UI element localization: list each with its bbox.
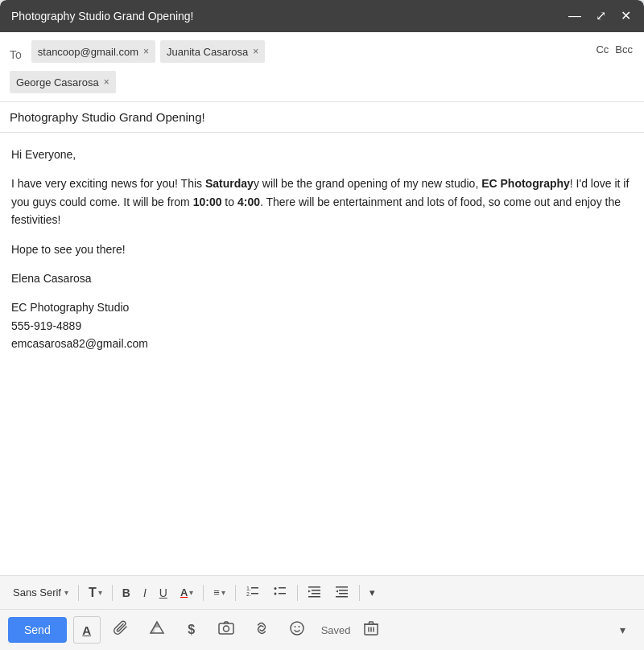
bcc-link[interactable]: Bcc — [615, 43, 633, 56]
more-options-button[interactable]: ▾ — [609, 616, 636, 644]
svg-rect-8 — [308, 586, 320, 588]
underline-icon: U — [159, 586, 167, 599]
svg-point-22 — [223, 626, 229, 631]
body-text-pre: I have very exciting news for you! This — [11, 177, 205, 190]
title-bar: Photography Studio Grand Opening! — ⤢ ✕ — [0, 0, 644, 32]
bold-button[interactable]: B — [118, 583, 135, 603]
attach-button[interactable] — [107, 616, 136, 644]
bold-saturday: Saturday — [205, 177, 254, 190]
bullet-list-button[interactable] — [268, 581, 292, 604]
separator-4 — [235, 585, 236, 601]
font-selector-chevron: ▾ — [64, 588, 68, 597]
font-color-icon: A — [180, 586, 188, 599]
font-size-chevron: ▾ — [98, 588, 102, 597]
recipient-name-2: Juanita Casarosa — [167, 46, 248, 58]
formatting-toolbar: Sans Serif ▾ T ▾ B I U — [0, 576, 644, 610]
recipient-chip-3[interactable]: George Casarosa × — [10, 71, 116, 93]
format-text-button[interactable]: A — [73, 616, 101, 644]
svg-point-24 — [294, 626, 295, 627]
money-button[interactable]: $ — [178, 616, 205, 644]
maximize-button[interactable]: ⤢ — [594, 8, 608, 24]
signature-block: EC Photography Studio 555-919-4889 emcas… — [11, 298, 633, 352]
indent-decrease-icon — [308, 584, 322, 601]
font-size-button[interactable]: T ▾ — [84, 582, 107, 603]
svg-rect-21 — [219, 623, 233, 634]
svg-text:2.: 2. — [246, 591, 251, 597]
svg-point-25 — [298, 626, 299, 627]
numbered-list-button[interactable]: 1. 2. — [241, 581, 265, 604]
svg-marker-17 — [336, 590, 338, 593]
to-field-area[interactable]: To stancoop@gmail.com × Juanita Casarosa… — [0, 32, 596, 101]
main-paragraph: I have very exciting news for you! This … — [11, 175, 633, 228]
bold-ec-photography: EC Photography — [481, 177, 570, 190]
svg-marker-12 — [308, 590, 311, 593]
remove-recipient-1[interactable]: × — [143, 47, 149, 56]
bold-time-end: 4:00 — [237, 195, 260, 208]
remove-recipient-2[interactable]: × — [253, 47, 258, 56]
body-text-mid1: y will be the grand opening of my new st… — [254, 177, 481, 190]
italic-button[interactable]: I — [138, 583, 151, 603]
align-icon: ≡ — [213, 586, 220, 599]
font-size-icon: T — [89, 586, 97, 600]
minimize-button[interactable]: — — [567, 8, 583, 24]
svg-rect-9 — [312, 590, 320, 591]
font-color-chevron: ▾ — [189, 588, 193, 597]
compose-window: Photography Studio Grand Opening! — ⤢ ✕ … — [0, 0, 644, 650]
separator-1 — [78, 585, 79, 601]
send-button[interactable]: Send — [8, 617, 67, 643]
subject-text: Photography Studio Grand Opening! — [10, 110, 205, 124]
photo-button[interactable] — [212, 616, 241, 644]
window-title: Photography Studio Grand Opening! — [11, 10, 194, 23]
photo-icon — [218, 620, 234, 640]
align-button[interactable]: ≡ ▾ — [208, 583, 230, 602]
to-label: To — [10, 40, 22, 66]
delete-button[interactable] — [357, 616, 385, 644]
bold-time-start: 10:00 — [193, 195, 222, 208]
format-text-icon: A — [82, 623, 91, 637]
money-icon: $ — [188, 623, 195, 637]
more-formatting-button[interactable]: ▾ — [365, 583, 380, 602]
svg-rect-5 — [279, 587, 286, 589]
indent-increase-icon — [335, 584, 349, 601]
recipient-chip-1[interactable]: stancoop@gmail.com × — [31, 40, 155, 63]
signature-name: Elena Casarosa — [11, 269, 633, 287]
svg-rect-14 — [339, 590, 348, 591]
separator-5 — [297, 585, 298, 601]
emoji-icon — [289, 620, 305, 640]
svg-rect-1 — [251, 587, 258, 589]
hope-paragraph: Hope to see you there! — [11, 241, 633, 258]
more-formatting-icon: ▾ — [369, 586, 375, 599]
toolbar-area: Sans Serif ▾ T ▾ B I U — [0, 575, 644, 650]
bold-icon: B — [122, 586, 130, 599]
font-color-button[interactable]: A ▾ — [175, 583, 198, 602]
signature-email: emcasarosa82@gmail.com — [11, 337, 148, 350]
svg-rect-13 — [336, 586, 348, 588]
separator-6 — [359, 585, 360, 601]
signature-company: EC Photography Studio — [11, 301, 129, 314]
svg-rect-11 — [308, 596, 320, 598]
separator-3 — [203, 585, 204, 601]
to-row-inner: To stancoop@gmail.com × Juanita Casarosa… — [0, 32, 644, 101]
drive-button[interactable] — [142, 616, 171, 644]
greeting: Hi Everyone, — [11, 146, 633, 163]
cc-link[interactable]: Cc — [596, 43, 609, 56]
indent-decrease-button[interactable] — [303, 581, 327, 604]
separator-2 — [112, 585, 113, 601]
title-bar-controls: — ⤢ ✕ — [567, 8, 633, 24]
recipient-chip-2[interactable]: Juanita Casarosa × — [160, 40, 265, 63]
saved-status: Saved — [321, 624, 351, 636]
font-name: Sans Serif — [13, 586, 61, 599]
svg-rect-15 — [339, 593, 348, 594]
emoji-button[interactable] — [283, 616, 312, 644]
attach-icon — [114, 620, 130, 640]
signature-phone: 555-919-4889 — [11, 319, 81, 332]
svg-rect-7 — [279, 593, 286, 594]
font-selector[interactable]: Sans Serif ▾ — [8, 583, 73, 602]
remove-recipient-3[interactable]: × — [104, 77, 109, 87]
underline-button[interactable]: U — [155, 583, 172, 603]
indent-increase-button[interactable] — [330, 581, 354, 604]
close-button[interactable]: ✕ — [619, 8, 633, 24]
email-body[interactable]: Hi Everyone, I have very exciting news f… — [0, 133, 644, 575]
link-button[interactable] — [247, 616, 276, 644]
recipient-name-3: George Casarosa — [16, 76, 99, 88]
